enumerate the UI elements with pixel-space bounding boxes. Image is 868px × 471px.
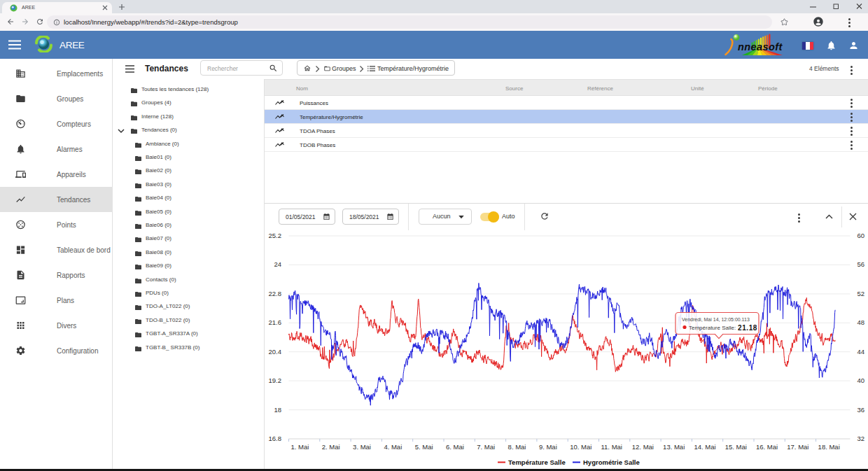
svg-text:18: 18 (274, 406, 281, 414)
svg-text:60: 60 (858, 232, 865, 239)
svg-text:14. Mai: 14. Mai (694, 443, 715, 451)
svg-text:9. Mai: 9. Mai (539, 443, 557, 451)
svg-text:25.2: 25.2 (269, 232, 282, 239)
svg-text:7. Mai: 7. Mai (477, 443, 495, 451)
svg-text:16. Mai: 16. Mai (756, 443, 778, 451)
svg-text:22.8: 22.8 (269, 290, 282, 297)
svg-text:24: 24 (274, 260, 281, 268)
svg-text:4. Mai: 4. Mai (384, 443, 402, 451)
svg-text:5. Mai: 5. Mai (415, 443, 433, 451)
svg-text:16.8: 16.8 (269, 435, 282, 442)
svg-text:Vendredi, Mai 14, 12:05:00.113: Vendredi, Mai 14, 12:05:00.113 (682, 317, 750, 322)
svg-text:Hygrométrie Salle: Hygrométrie Salle (583, 458, 640, 466)
svg-text:36: 36 (858, 406, 865, 414)
svg-text:1. Mai: 1. Mai (291, 443, 309, 451)
svg-text:21.6: 21.6 (269, 318, 282, 326)
svg-text:3. Mai: 3. Mai (353, 443, 371, 451)
svg-text:15. Mai: 15. Mai (725, 443, 747, 451)
svg-text:10. Mai: 10. Mai (570, 443, 592, 451)
svg-text:32: 32 (858, 435, 865, 442)
svg-text:8. Mai: 8. Mai (508, 443, 526, 451)
svg-text:nneasoft: nneasoft (738, 41, 783, 52)
svg-text:48: 48 (858, 318, 865, 326)
svg-text:Température Salle: Température Salle (508, 458, 566, 466)
svg-text:2. Mai: 2. Mai (322, 443, 340, 451)
svg-text:18. Mai: 18. Mai (818, 443, 840, 451)
svg-text:52: 52 (858, 290, 865, 297)
svg-text:17. Mai: 17. Mai (787, 443, 808, 451)
svg-text:21.18: 21.18 (738, 324, 757, 332)
svg-text:Température Salle:: Température Salle: (689, 325, 736, 331)
svg-text:19.2: 19.2 (269, 377, 282, 384)
svg-text:6. Mai: 6. Mai (446, 443, 464, 451)
svg-text:13. Mai: 13. Mai (663, 443, 685, 451)
svg-text:20.4: 20.4 (269, 348, 282, 356)
svg-text:12. Mai: 12. Mai (632, 443, 654, 451)
svg-text:44: 44 (858, 348, 865, 356)
svg-text:56: 56 (858, 260, 865, 268)
svg-text:40: 40 (858, 377, 865, 384)
svg-text:11. Mai: 11. Mai (601, 443, 622, 451)
